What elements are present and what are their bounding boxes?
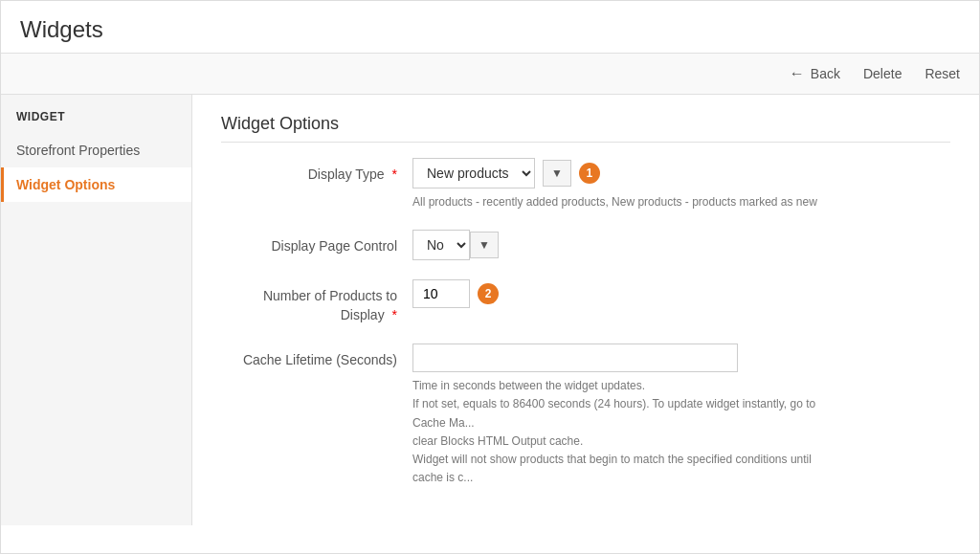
number-of-products-label: Number of Products to Display *	[221, 279, 412, 324]
display-page-control-arrow-btn[interactable]: ▼	[470, 232, 499, 258]
sidebar: WIDGET Storefront Properties Widget Opti…	[1, 95, 192, 525]
required-star: *	[392, 166, 397, 182]
display-page-control-control: No ▼	[412, 230, 950, 260]
cache-lifetime-control: Time in seconds between the widget updat…	[412, 343, 950, 487]
reset-button[interactable]: Reset	[924, 66, 960, 81]
display-type-group: New products ▼ 1	[412, 158, 950, 188]
display-page-control-select[interactable]: No	[412, 230, 470, 260]
number-of-products-input[interactable]	[412, 279, 470, 308]
delete-label: Delete	[863, 66, 902, 81]
display-page-control-row: Display Page Control No ▼	[221, 230, 950, 260]
display-type-hint: All products - recently added products, …	[412, 193, 843, 211]
page-title: Widgets	[20, 16, 960, 43]
number-of-products-badge: 2	[478, 283, 499, 304]
cache-lifetime-hint: Time in seconds between the widget updat…	[412, 377, 843, 487]
number-of-products-group: 2	[412, 279, 950, 308]
display-type-label: Display Type *	[221, 158, 412, 185]
display-type-arrow-btn[interactable]: ▼	[543, 160, 571, 187]
display-page-control-label: Display Page Control	[221, 230, 412, 256]
display-type-badge: 1	[579, 163, 600, 184]
sidebar-item-storefront[interactable]: Storefront Properties	[1, 133, 191, 167]
page-header: Widgets	[1, 1, 979, 54]
cache-lifetime-input[interactable]	[412, 343, 738, 372]
sidebar-item-widget-options[interactable]: Widget Options	[1, 167, 191, 202]
back-button[interactable]: ← Back	[790, 65, 840, 82]
cache-lifetime-row: Cache Lifetime (Seconds) Time in seconds…	[221, 343, 950, 487]
page-wrapper: Widgets ← Back Delete Reset WIDGET Store…	[0, 0, 980, 554]
display-type-row: Display Type * New products ▼ 1 All prod…	[221, 158, 950, 211]
delete-button[interactable]: Delete	[863, 66, 902, 81]
display-page-control-group: No ▼	[412, 230, 950, 260]
sidebar-section-title: WIDGET	[1, 95, 191, 133]
back-arrow-icon: ←	[790, 65, 805, 82]
display-type-select[interactable]: New products	[412, 158, 535, 188]
section-title: Widget Options	[221, 114, 950, 143]
required-star-2: *	[392, 307, 397, 322]
number-of-products-row: Number of Products to Display * 2	[221, 279, 950, 324]
main-content: Widget Options Display Type * New produc…	[192, 95, 979, 525]
cache-lifetime-label: Cache Lifetime (Seconds)	[221, 343, 412, 370]
display-type-control: New products ▼ 1 All products - recently…	[412, 158, 950, 211]
toolbar: ← Back Delete Reset	[1, 54, 979, 95]
back-label: Back	[811, 66, 840, 81]
number-of-products-control: 2	[412, 279, 950, 308]
reset-label: Reset	[924, 66, 960, 81]
content-layout: WIDGET Storefront Properties Widget Opti…	[1, 95, 979, 525]
